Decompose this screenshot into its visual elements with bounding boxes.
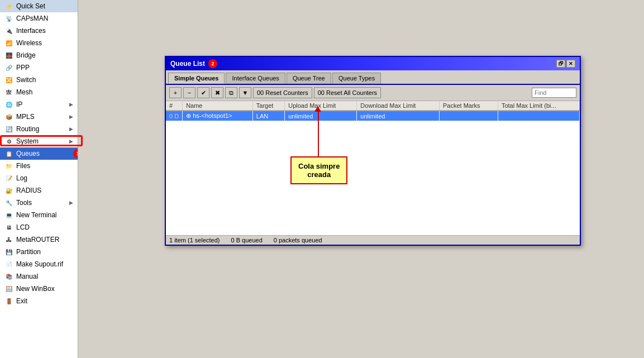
lcd-icon: 🖥 <box>4 223 13 232</box>
sidebar-item-partition[interactable]: 💾Partition <box>0 246 78 258</box>
sidebar-label-ip: IP <box>16 101 22 108</box>
sidebar: ⚡Quick Set📡CAPsMAN🔌Interfaces📶Wireless🌉B… <box>0 0 78 358</box>
sidebar-label-make-supout: Make Supout.rif <box>16 260 63 268</box>
sidebar-label-quick-set: Quick Set <box>16 2 45 10</box>
sidebar-label-capsman: CAPsMAN <box>16 15 48 22</box>
sidebar-item-bridge[interactable]: 🌉Bridge <box>0 49 78 61</box>
sidebar-badge-1: 1 <box>73 149 78 158</box>
exit-icon: 🚪 <box>4 297 13 306</box>
col-header-0[interactable]: # <box>166 101 183 111</box>
switch-icon: 🔀 <box>4 75 13 84</box>
sidebar-item-mesh[interactable]: 🕸Mesh <box>0 86 78 98</box>
sidebar-item-radius[interactable]: 🔐RADIUS <box>0 184 78 197</box>
add-button[interactable]: + <box>169 87 182 98</box>
sidebar-label-new-winbox: New WinBox <box>16 285 55 293</box>
queues-icon: 📋 <box>4 149 13 158</box>
col-header-6[interactable]: Total Max Limit (bi... <box>498 101 579 111</box>
sidebar-item-interfaces[interactable]: 🔌Interfaces <box>0 25 78 37</box>
sidebar-item-tools[interactable]: 🔧Tools▶ <box>0 197 78 209</box>
sidebar-item-manual[interactable]: 📚Manual <box>0 270 78 283</box>
status-bar: 1 item (1 selected) 0 B queued 0 packets… <box>166 235 580 245</box>
copy-button[interactable]: ⧉ <box>225 87 237 98</box>
tab-queue-types[interactable]: Queue Types <box>332 73 381 84</box>
restore-button[interactable]: 🗗 <box>556 60 565 68</box>
tab-queue-tree[interactable]: Queue Tree <box>287 73 331 84</box>
window-titlebar: Queue List 2 🗗 ✕ <box>166 57 580 70</box>
sidebar-label-queues: Queues <box>16 150 40 157</box>
queue-list-window: Queue List 2 🗗 ✕ Simple QueuesInterface … <box>165 56 581 246</box>
sidebar-item-metarouter[interactable]: 🖧MetaROUTER <box>0 233 78 246</box>
make-supout-icon: 📄 <box>4 260 13 269</box>
tools-arrow-icon: ▶ <box>69 200 73 206</box>
table-container: #NameTargetUpload Max LimitDownload Max … <box>166 101 580 235</box>
toolbar: + − ✔ ✖ ⧉ ▼ 00 Reset Counters 00 Reset A… <box>166 85 580 101</box>
sidebar-label-mesh: Mesh <box>16 88 32 96</box>
sidebar-label-switch: Switch <box>16 76 36 84</box>
cell-0-5 <box>439 111 498 121</box>
enable-button[interactable]: ✔ <box>197 87 209 98</box>
ip-icon: 🌐 <box>4 100 13 109</box>
reset-counters-button[interactable]: 00 Reset Counters <box>253 87 312 98</box>
sidebar-item-wireless[interactable]: 📶Wireless <box>0 37 78 49</box>
sidebar-label-lcd: LCD <box>16 223 30 231</box>
mesh-icon: 🕸 <box>4 88 13 97</box>
remove-button[interactable]: − <box>183 87 195 98</box>
ip-arrow-icon: ▶ <box>69 102 73 107</box>
sidebar-label-new-terminal: New Terminal <box>16 211 56 219</box>
routing-icon: 🔄 <box>4 125 13 133</box>
close-button[interactable]: ✕ <box>566 60 575 68</box>
sidebar-item-mpls[interactable]: 📦MPLS▶ <box>0 111 78 123</box>
col-header-1[interactable]: Name <box>183 101 253 111</box>
system-arrow-icon: ▶ <box>69 139 73 144</box>
sidebar-item-switch[interactable]: 🔀Switch <box>0 74 78 86</box>
sidebar-label-routing: Routing <box>16 125 39 133</box>
sidebar-label-exit: Exit <box>16 297 27 305</box>
sidebar-label-mpls: MPLS <box>16 113 35 121</box>
cell-0-6 <box>498 111 579 121</box>
cell-0-4: unlimited <box>357 111 440 121</box>
capsman-icon: 📡 <box>4 14 13 23</box>
sidebar-item-system[interactable]: ⚙System▶ <box>0 135 78 147</box>
sidebar-item-lcd[interactable]: 🖥LCD <box>0 221 78 233</box>
window-controls: 🗗 ✕ <box>556 60 575 68</box>
sidebar-label-bridge: Bridge <box>16 51 36 59</box>
col-header-5[interactable]: Packet Marks <box>439 101 498 111</box>
sidebar-label-wireless: Wireless <box>16 39 42 47</box>
sidebar-label-ppp: PPP <box>16 64 30 71</box>
col-header-2[interactable]: Target <box>252 101 284 111</box>
sidebar-item-ppp[interactable]: 🔗PPP <box>0 61 78 74</box>
tabs-bar: Simple QueuesInterface QueuesQueue TreeQ… <box>166 70 580 85</box>
reset-all-counters-button[interactable]: 00 Reset All Counters <box>314 87 381 98</box>
sidebar-item-files[interactable]: 📁Files <box>0 160 78 172</box>
sidebar-item-make-supout[interactable]: 📄Make Supout.rif <box>0 258 78 270</box>
col-header-3[interactable]: Upload Max Limit <box>285 101 357 111</box>
log-icon: 📝 <box>4 174 13 183</box>
table-row[interactable]: 0 D⊕ hs-<hotspot1>LANunlimitedunlimited <box>166 111 580 121</box>
partition-icon: 💾 <box>4 247 13 256</box>
sidebar-label-interfaces: Interfaces <box>16 27 46 35</box>
interfaces-icon: 🔌 <box>4 26 13 35</box>
ppp-icon: 🔗 <box>4 63 13 72</box>
bridge-icon: 🌉 <box>4 51 13 60</box>
col-header-4[interactable]: Download Max Limit <box>357 101 440 111</box>
disable-button[interactable]: ✖ <box>211 87 223 98</box>
badge-2: 2 <box>208 59 217 68</box>
sidebar-item-quick-set[interactable]: ⚡Quick Set <box>0 0 78 12</box>
sidebar-item-queues[interactable]: 📋Queues1 <box>0 147 78 160</box>
sidebar-label-tools: Tools <box>16 199 32 207</box>
files-icon: 📁 <box>4 161 13 170</box>
sidebar-item-new-winbox[interactable]: 🪟New WinBox <box>0 283 78 295</box>
sidebar-item-new-terminal[interactable]: 💻New Terminal <box>0 209 78 221</box>
filter-button[interactable]: ▼ <box>239 87 251 98</box>
tab-interface-queues[interactable]: Interface Queues <box>226 73 285 84</box>
manual-icon: 📚 <box>4 272 13 281</box>
sidebar-item-routing[interactable]: 🔄Routing▶ <box>0 123 78 135</box>
find-input[interactable] <box>532 88 576 98</box>
sidebar-item-log[interactable]: 📝Log <box>0 172 78 184</box>
cell-0-3: unlimited <box>285 111 357 121</box>
sidebar-item-capsman[interactable]: 📡CAPsMAN <box>0 12 78 25</box>
sidebar-label-log: Log <box>16 174 27 182</box>
tab-simple-queues[interactable]: Simple Queues <box>168 73 225 84</box>
sidebar-item-exit[interactable]: 🚪Exit <box>0 295 78 307</box>
sidebar-item-ip[interactable]: 🌐IP▶ <box>0 98 78 111</box>
